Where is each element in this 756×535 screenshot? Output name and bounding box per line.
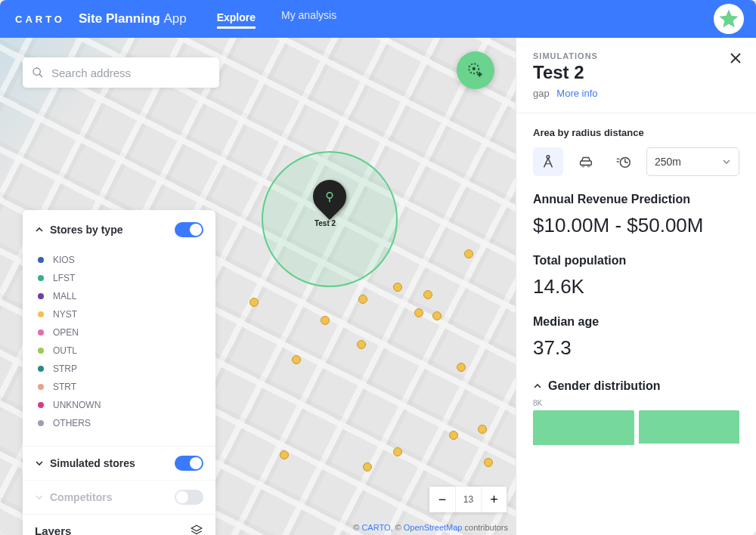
zoom-in-button[interactable]: + [481, 487, 507, 512]
tab-my-analysis[interactable]: My analysis [281, 9, 336, 29]
simulation-panel: SIMULATIONS Test 2 gap More info Area by… [516, 38, 756, 535]
legend-item[interactable]: STRP [38, 360, 200, 378]
store-dot[interactable] [478, 425, 487, 434]
gender-bar [639, 410, 740, 444]
store-dot[interactable] [393, 283, 402, 292]
toggle-simulated-stores[interactable] [175, 456, 203, 471]
map-canvas[interactable]: Test 2 Stores by typ [0, 38, 516, 535]
store-dot[interactable] [423, 290, 432, 299]
link-osm[interactable]: OpenStreetMap [404, 523, 463, 532]
svg-marker-9 [191, 525, 202, 531]
link-more-info[interactable]: More info [556, 88, 597, 99]
svg-point-7 [327, 193, 333, 199]
svg-point-12 [547, 156, 550, 159]
store-dot[interactable] [393, 447, 402, 456]
gender-axis-tick: 8K [533, 399, 739, 407]
legend-label: OUTL [53, 345, 77, 356]
gender-chart [533, 410, 739, 445]
mode-drive-button[interactable] [571, 147, 601, 176]
zoom-out-button[interactable]: − [429, 487, 455, 512]
link-carto[interactable]: CARTO [361, 523, 390, 532]
legend-swatch [38, 329, 44, 336]
legend-swatch [38, 257, 44, 263]
toggle-competitors[interactable] [175, 490, 203, 505]
store-dot[interactable] [414, 308, 423, 317]
store-dot[interactable] [484, 458, 493, 467]
store-dot[interactable] [457, 363, 466, 372]
layers-icon[interactable] [190, 524, 203, 535]
legend-label: UNKNOWN [53, 400, 101, 410]
legend-item[interactable]: LFST [38, 269, 200, 287]
layers-footer-label: Layers [35, 524, 71, 536]
layers-section-simulated-stores[interactable]: Simulated stores [23, 447, 215, 480]
legend-item[interactable]: UNKNOWN [38, 396, 200, 414]
layers-panel: Stores by type KIOSLFSTMALLNYSTOPENOUTLS… [23, 210, 215, 535]
star-icon [717, 8, 740, 30]
section-label: Stores by type [50, 224, 122, 236]
metric-revenue-title: Annual Revenue Prediction [533, 193, 739, 206]
clock-fast-icon [615, 153, 632, 170]
gender-bar [533, 410, 634, 445]
mode-radius-button[interactable] [533, 147, 563, 176]
section-label: Simulated stores [50, 457, 135, 469]
legend-item[interactable]: OPEN [38, 323, 200, 342]
legend-item[interactable]: OUTL [38, 342, 200, 360]
legend-label: MALL [53, 291, 76, 302]
legend-swatch [38, 348, 44, 354]
metric-pop-title: Total population [533, 254, 739, 268]
gender-title: Gender distribution [548, 379, 660, 393]
svg-point-4 [472, 67, 476, 70]
legend-swatch [38, 275, 44, 281]
legend-label: KIOS [53, 255, 75, 265]
search-icon [32, 66, 44, 79]
metric-revenue-value: $10.00M - $50.00M [533, 214, 739, 237]
store-dot[interactable] [357, 340, 366, 349]
store-dot[interactable] [321, 316, 330, 325]
metric-age-value: 37.3 [533, 336, 739, 360]
simulation-subtitle: gap [533, 88, 550, 99]
search-input[interactable] [51, 66, 210, 79]
chevron-up-icon [35, 225, 44, 234]
svg-line-14 [548, 158, 553, 167]
chevron-up-icon [533, 382, 542, 391]
legend-item[interactable]: KIOS [38, 251, 200, 269]
legend-label: OPEN [53, 327, 79, 338]
mode-time-button[interactable] [609, 147, 639, 176]
avatar[interactable] [714, 4, 744, 34]
legend-label: LFST [53, 273, 75, 283]
store-dot[interactable] [249, 298, 259, 307]
legend-item[interactable]: STRT [38, 378, 200, 396]
store-dot[interactable] [464, 249, 473, 258]
tab-explore[interactable]: Explore [217, 11, 256, 29]
close-icon[interactable] [729, 51, 742, 65]
store-dot[interactable] [280, 450, 289, 459]
chevron-down-icon [722, 157, 731, 166]
layers-section-stores-by-type[interactable]: Stores by type [23, 222, 215, 246]
legend-item[interactable]: NYST [38, 305, 200, 323]
legend-item[interactable]: MALL [38, 287, 200, 305]
store-dot[interactable] [358, 295, 367, 304]
store-dot[interactable] [449, 431, 458, 440]
simulation-marker[interactable]: Test 2 [313, 180, 346, 227]
layers-section-competitors[interactable]: Competitors [23, 480, 215, 514]
legend-label: STRP [53, 363, 77, 374]
svg-line-2 [39, 74, 42, 77]
store-dot[interactable] [363, 462, 372, 472]
legend-label: OTHERS [53, 418, 91, 428]
search-box[interactable] [23, 57, 219, 88]
area-by-radius-label: Area by radius distance [533, 127, 739, 138]
chevron-down-icon [35, 459, 44, 468]
toggle-stores-by-type[interactable] [175, 222, 203, 237]
store-dot[interactable] [292, 355, 301, 364]
legend-item[interactable]: OTHERS [38, 414, 200, 432]
svg-marker-0 [720, 10, 739, 28]
legend-swatch [38, 402, 44, 408]
radius-select[interactable]: 250m [646, 147, 739, 176]
legend-swatch [38, 293, 44, 299]
car-icon [578, 153, 594, 170]
legend-swatch [38, 384, 44, 390]
store-dot[interactable] [432, 311, 442, 320]
marker-label: Test 2 [308, 219, 342, 227]
add-simulation-button[interactable] [457, 51, 494, 89]
gender-section-toggle[interactable]: Gender distribution [533, 379, 739, 393]
